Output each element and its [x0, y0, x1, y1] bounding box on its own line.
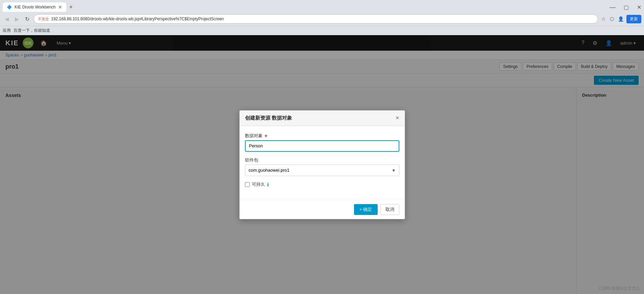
window-maximize-btn[interactable]: ▢: [624, 4, 629, 10]
modal-overlay: 创建新资源 数据对象 × 数据对象 ★ 软件包 com.guohaowei.pr…: [0, 35, 644, 294]
apps-bookmark[interactable]: 应用: [3, 28, 11, 33]
confirm-btn[interactable]: + 确定: [354, 204, 377, 215]
package-select[interactable]: com.guohaowei.pro1: [245, 165, 399, 176]
window-close-btn[interactable]: ✕: [637, 4, 641, 10]
tab-favicon: 🔷: [7, 5, 12, 9]
forward-btn[interactable]: ▶: [13, 15, 21, 23]
tab-title: KIE Drools Workbench: [15, 5, 55, 9]
new-tab-btn[interactable]: +: [66, 4, 75, 11]
cast-btn[interactable]: ⬡: [608, 15, 615, 23]
persistent-group: 可持久 ℹ: [245, 181, 399, 188]
back-btn[interactable]: ◀: [3, 15, 11, 23]
data-object-name-input[interactable]: [245, 140, 399, 152]
field-label: 数据对象 ★: [245, 133, 399, 139]
window-minimize-btn[interactable]: —: [609, 4, 616, 11]
persistent-checkbox-group: 可持久 ℹ: [245, 181, 399, 188]
modal-dialog: 创建新资源 数据对象 × 数据对象 ★ 软件包 com.guohaowei.pr…: [239, 110, 405, 219]
tab-close-btn[interactable]: ✕: [58, 4, 62, 10]
security-badge: 不安全: [38, 17, 49, 22]
field-group: 数据对象 ★: [245, 133, 399, 152]
address-text[interactable]: 192.168.86.101:8080/drools-wb/kie-drools…: [51, 17, 224, 21]
reload-btn[interactable]: ↻: [23, 15, 31, 23]
package-group: 软件包 com.guohaowei.pro1 ▼: [245, 157, 399, 176]
browser-tab[interactable]: 🔷 KIE Drools Workbench ✕: [3, 2, 66, 12]
persistent-label: 可持久: [252, 181, 265, 188]
modal-header: 创建新资源 数据对象 ×: [240, 111, 405, 126]
required-star: ★: [264, 133, 268, 138]
info-icon[interactable]: ℹ: [267, 182, 269, 187]
bookmark-star-btn[interactable]: ☆: [600, 15, 607, 23]
persistent-checkbox[interactable]: [245, 182, 250, 187]
package-label: 软件包: [245, 157, 399, 163]
cancel-btn[interactable]: 取消: [380, 204, 399, 215]
package-select-wrapper: com.guohaowei.pro1 ▼: [245, 165, 399, 176]
modal-close-btn[interactable]: ×: [396, 115, 399, 122]
modal-body: 数据对象 ★ 软件包 com.guohaowei.pro1 ▼: [240, 126, 405, 200]
modal-title: 创建新资源 数据对象: [245, 115, 292, 121]
baidu-bookmark[interactable]: 百度一下，你就知道: [14, 28, 50, 33]
modal-footer: + 确定 取消: [240, 200, 405, 219]
update-btn[interactable]: 更新: [626, 15, 641, 23]
profile-btn[interactable]: 👤: [617, 15, 625, 23]
